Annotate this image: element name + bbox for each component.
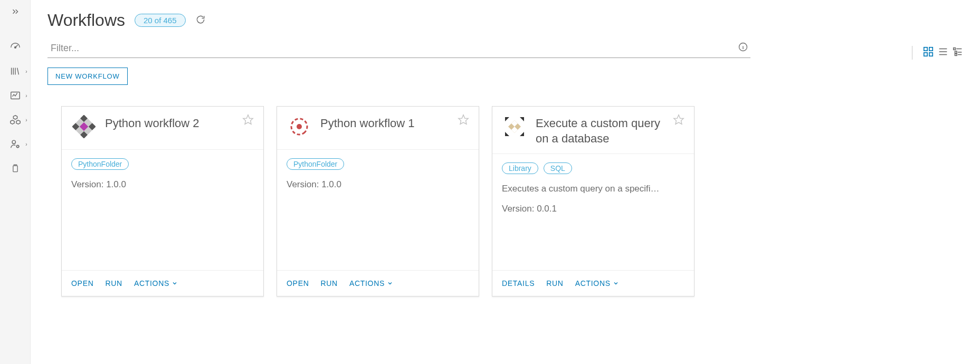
svg-rect-9 [929, 53, 933, 56]
card-version: Version: 0.0.1 [502, 204, 684, 214]
tag[interactable]: Library [502, 162, 538, 174]
svg-marker-37 [674, 115, 683, 124]
star-icon [673, 114, 684, 126]
chevron-right-icon: › [25, 69, 27, 74]
favorite-button[interactable] [242, 114, 254, 128]
quilt-icon [72, 115, 96, 138]
sidebar-item-container[interactable] [0, 156, 31, 180]
refresh-button[interactable] [195, 14, 206, 27]
chevron-down-icon [613, 280, 619, 286]
card-tags: Library SQL [502, 162, 684, 174]
card-header: Python workflow 1 [277, 107, 479, 150]
filter-input-wrapper [47, 40, 750, 58]
cards-container: Python workflow 2 PythonFolder Version: … [47, 106, 933, 296]
sidebar-item-dashboard[interactable] [0, 35, 31, 59]
workflow-icon [287, 114, 312, 139]
svg-rect-17 [955, 54, 957, 56]
workflow-icon [502, 114, 527, 139]
svg-rect-13 [954, 48, 956, 50]
header-row: Workflows 20 of 465 [47, 11, 933, 30]
svg-marker-32 [459, 115, 468, 124]
card-footer: OPEN RUN ACTIONS [62, 270, 263, 296]
card-tags: PythonFolder [287, 158, 469, 170]
sidebar-item-admin[interactable]: › [0, 132, 31, 156]
filter-info-button[interactable] [738, 42, 748, 54]
sidebar: › › › › [0, 0, 31, 364]
chevron-right-icon: › [25, 141, 27, 147]
boxes-icon [9, 114, 21, 126]
chevron-down-icon [387, 280, 393, 286]
list-view-button[interactable] [937, 45, 949, 60]
card-header: Python workflow 2 [62, 107, 263, 150]
card-tags: PythonFolder [71, 158, 254, 170]
view-toggles [907, 45, 964, 60]
chevron-double-right-icon [11, 7, 20, 16]
page-title: Workflows [47, 11, 125, 30]
svg-rect-7 [929, 47, 933, 51]
list-icon [937, 46, 949, 58]
quilt-icon [503, 115, 526, 138]
sidebar-expand-button[interactable] [0, 0, 31, 23]
card-title: Execute a custom query on a database [536, 114, 664, 146]
star-icon [242, 114, 254, 126]
count-badge: 20 of 465 [135, 14, 186, 27]
run-button[interactable]: RUN [546, 279, 563, 288]
new-workflow-button[interactable]: NEW WORKFLOW [47, 68, 128, 85]
svg-rect-15 [955, 51, 957, 53]
card-version: Version: 1.0.0 [287, 179, 469, 190]
tag[interactable]: PythonFolder [287, 158, 344, 170]
run-button[interactable]: RUN [105, 279, 122, 288]
main-content: Workflows 20 of 465 NEW WORKFLOW [31, 0, 980, 364]
actions-label: ACTIONS [349, 279, 385, 288]
tree-view-button[interactable] [952, 45, 964, 60]
card-title: Python workflow 2 [105, 114, 234, 131]
chevron-down-icon [172, 280, 178, 286]
chart-icon [9, 90, 21, 101]
sidebar-item-library[interactable]: › [0, 59, 31, 83]
card-header: Execute a custom query on a database [492, 107, 694, 154]
grid-view-button[interactable] [922, 45, 935, 60]
actions-label: ACTIONS [575, 279, 611, 288]
sidebar-item-assets[interactable]: › [0, 108, 31, 132]
tag[interactable]: SQL [544, 162, 572, 174]
gauge-icon [9, 41, 21, 53]
chevron-right-icon: › [25, 117, 27, 123]
actions-label: ACTIONS [134, 279, 169, 288]
refresh-icon [195, 14, 206, 25]
info-icon [738, 42, 748, 52]
actions-button[interactable]: ACTIONS [134, 279, 178, 288]
tree-icon [952, 46, 964, 58]
card-version: Version: 1.0.0 [71, 179, 254, 190]
card-body: Library SQL Executes a custom query on a… [492, 154, 694, 270]
filter-input[interactable] [50, 42, 736, 54]
library-icon [9, 65, 21, 77]
svg-rect-6 [924, 47, 927, 51]
svg-marker-29 [243, 115, 253, 124]
run-button[interactable]: RUN [320, 279, 337, 288]
svg-point-0 [14, 47, 16, 49]
svg-point-2 [12, 140, 15, 143]
workflow-card: Python workflow 2 PythonFolder Version: … [61, 106, 264, 296]
filter-row [47, 40, 750, 58]
card-title: Python workflow 1 [320, 114, 449, 131]
card-description: Executes a custom query on a specifi… [502, 184, 684, 194]
card-footer: OPEN RUN ACTIONS [277, 270, 479, 296]
svg-rect-4 [13, 166, 17, 172]
sidebar-item-activity[interactable]: › [0, 83, 31, 108]
favorite-button[interactable] [673, 114, 684, 128]
grid-icon [922, 46, 934, 58]
actions-button[interactable]: ACTIONS [349, 279, 393, 288]
card-footer: DETAILS RUN ACTIONS [492, 270, 694, 296]
open-button[interactable]: OPEN [287, 279, 309, 288]
user-settings-icon [9, 138, 21, 150]
card-body: PythonFolder Version: 1.0.0 [62, 150, 263, 270]
workflow-icon [71, 114, 97, 139]
open-button[interactable]: OPEN [71, 279, 93, 288]
favorite-button[interactable] [458, 114, 469, 128]
tag[interactable]: PythonFolder [71, 158, 129, 170]
actions-button[interactable]: ACTIONS [575, 279, 619, 288]
workflow-card: Python workflow 1 PythonFolder Version: … [277, 106, 479, 296]
svg-rect-8 [924, 53, 927, 56]
workflow-card: Execute a custom query on a database Lib… [492, 106, 694, 296]
details-button[interactable]: DETAILS [502, 279, 535, 288]
